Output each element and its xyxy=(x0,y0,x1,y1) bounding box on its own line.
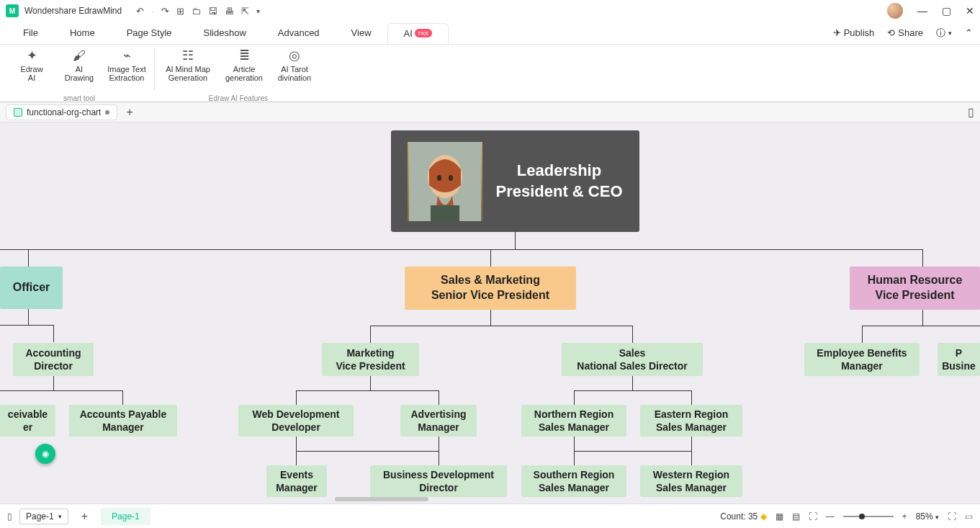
ai-mindmap-icon: ☷ xyxy=(180,48,196,63)
ai-mindmap-button[interactable]: ☷AI Mind Map Generation xyxy=(162,48,214,82)
count-label: Count: 35 ◆ xyxy=(720,511,766,522)
page-selector-label: Page-1 xyxy=(26,511,54,522)
tab-home[interactable]: Home xyxy=(54,23,111,42)
ai-drawing-label: AI Drawing xyxy=(65,65,94,82)
undo-icon[interactable]: ↶ xyxy=(136,6,144,17)
l: Business Development xyxy=(383,468,494,481)
ai-tarot-button[interactable]: ◎AI Tarot divination xyxy=(274,48,315,82)
image-text-button[interactable]: ⌁Image Text Extraction xyxy=(107,48,147,82)
article-gen-button[interactable]: ≣Article generation xyxy=(221,48,267,82)
node-payable[interactable]: Accounts PayableManager xyxy=(69,405,177,437)
node-hr[interactable]: Human ResourceVice President xyxy=(850,267,980,310)
connector xyxy=(862,326,980,326)
tab-view[interactable]: View xyxy=(336,23,387,42)
zoom-knob[interactable] xyxy=(859,514,865,519)
ceo-line1: Leadership xyxy=(495,161,622,182)
doc-tab-icon xyxy=(14,108,22,117)
node-east-region[interactable]: Eastern RegionSales Manager xyxy=(640,405,742,437)
fullscreen-icon[interactable]: ⛶ xyxy=(948,511,956,522)
open-icon[interactable]: 🗀 xyxy=(192,6,201,17)
tab-file[interactable]: File xyxy=(7,23,54,42)
fit-page-icon[interactable]: ⛶ xyxy=(809,511,817,522)
connector xyxy=(53,325,54,342)
node-sales-director[interactable]: SalesNational Sales Director xyxy=(562,343,703,376)
node-marketing-vp[interactable]: MarketingVice President xyxy=(322,343,419,376)
node-ceo[interactable]: Leadership President & CEO xyxy=(391,130,639,232)
ribbon-divider xyxy=(154,48,155,91)
sales-line1: Sales & Marketing xyxy=(431,273,549,288)
user-avatar[interactable] xyxy=(887,3,903,19)
tab-advanced[interactable]: Advanced xyxy=(262,23,336,42)
l: Busine xyxy=(942,359,976,372)
l: Sales Manager xyxy=(653,481,729,494)
ai-tarot-icon: ◎ xyxy=(287,48,302,63)
node-west-region[interactable]: Western RegionSales Manager xyxy=(640,465,742,497)
connector xyxy=(439,437,439,451)
save-icon[interactable]: 🖫 xyxy=(208,6,217,17)
qat-sep: · xyxy=(151,6,154,17)
ai-drawing-button[interactable]: 🖌AI Drawing xyxy=(59,48,99,82)
ai-tarot-label: AI Tarot divination xyxy=(278,65,311,82)
edraw-ai-button[interactable]: ✦Edraw AI xyxy=(12,48,52,82)
l: Eastern Region xyxy=(655,408,729,421)
node-receivable[interactable]: ceivableer xyxy=(0,405,55,437)
page-selector[interactable]: Page-1 ▾ xyxy=(19,509,68,524)
unsaved-dot-icon xyxy=(105,110,109,115)
export-icon[interactable]: ⇱ xyxy=(241,6,249,17)
node-sales-marketing[interactable]: Sales & MarketingSenior Vice President xyxy=(405,267,576,310)
doc-tab-1[interactable]: functional-org-chart xyxy=(6,104,117,120)
app-title: Wondershare EdrawMind xyxy=(24,6,122,16)
tab-page-style[interactable]: Page Style xyxy=(111,23,188,42)
svg-rect-4 xyxy=(431,205,459,221)
node-events[interactable]: EventsManager xyxy=(266,465,327,497)
collapse-ribbon-icon[interactable]: ⌃ xyxy=(965,27,973,38)
connector xyxy=(296,437,297,451)
share-button[interactable]: ⟲Share xyxy=(887,27,923,38)
l: er xyxy=(8,421,48,434)
redo-icon[interactable]: ↷ xyxy=(161,6,169,17)
ceo-line2: President & CEO xyxy=(495,182,622,202)
add-tab-button[interactable]: + xyxy=(122,106,137,119)
page-tab-1[interactable]: Page-1 xyxy=(101,508,150,525)
connector xyxy=(370,326,633,326)
node-bizdev[interactable]: Business DevelopmentDirector xyxy=(370,465,507,497)
help-button[interactable]: ⓘ▾ xyxy=(936,27,952,40)
print-icon[interactable]: 🖶 xyxy=(225,6,234,17)
node-finance[interactable]: Officer xyxy=(0,267,63,309)
ai-drawing-icon: 🖌 xyxy=(71,48,87,63)
panel-toggle-icon[interactable]: ▯ xyxy=(968,105,974,119)
l: Developer xyxy=(252,421,339,434)
horizontal-scrollbar[interactable] xyxy=(335,497,428,501)
qat-more-icon[interactable]: ▾ xyxy=(256,7,260,15)
article-gen-icon: ≣ xyxy=(236,48,252,63)
node-north-region[interactable]: Northern RegionSales Manager xyxy=(521,405,626,437)
l: Manager xyxy=(817,359,907,372)
minimize-panel-icon[interactable]: ▭ xyxy=(965,511,973,522)
node-hr-p[interactable]: PBusine xyxy=(938,343,980,376)
outline-icon[interactable]: ▯ xyxy=(7,511,12,522)
tab-ai[interactable]: AIHot xyxy=(387,23,449,44)
node-webdev[interactable]: Web DevelopmentDeveloper xyxy=(238,405,354,437)
ai-assistant-bubble[interactable]: ◉ xyxy=(35,444,55,464)
zoom-out-button[interactable]: — xyxy=(826,511,835,522)
zoom-level[interactable]: 85% ▾ xyxy=(916,511,939,522)
zoom-slider[interactable] xyxy=(843,516,894,517)
zoom-in-button[interactable]: + xyxy=(902,511,907,522)
maximize-icon[interactable]: ▢ xyxy=(942,5,951,17)
add-page-button[interactable]: + xyxy=(76,510,94,523)
new-icon[interactable]: ⊞ xyxy=(176,6,184,17)
l: Advertising xyxy=(410,408,466,421)
view-mode-2-icon[interactable]: ▤ xyxy=(792,511,800,522)
node-accounting[interactable]: AccountingDirector xyxy=(13,343,94,376)
canvas[interactable]: Leadership President & CEO Officer Sales… xyxy=(0,122,980,504)
tab-slideshow[interactable]: Slideshow xyxy=(188,23,262,42)
view-mode-1-icon[interactable]: ▦ xyxy=(776,511,783,522)
node-south-region[interactable]: Southern RegionSales Manager xyxy=(521,465,626,497)
node-emp-benefits[interactable]: Employee BenefitsManager xyxy=(804,343,920,376)
publish-button[interactable]: ✈Publish xyxy=(833,27,875,38)
minimize-icon[interactable]: — xyxy=(917,5,927,17)
close-icon[interactable]: ✕ xyxy=(966,5,974,17)
node-advertising[interactable]: AdvertisingManager xyxy=(400,405,477,437)
connector xyxy=(122,390,123,405)
document-tabs: functional-org-chart + ▯ xyxy=(0,102,980,122)
